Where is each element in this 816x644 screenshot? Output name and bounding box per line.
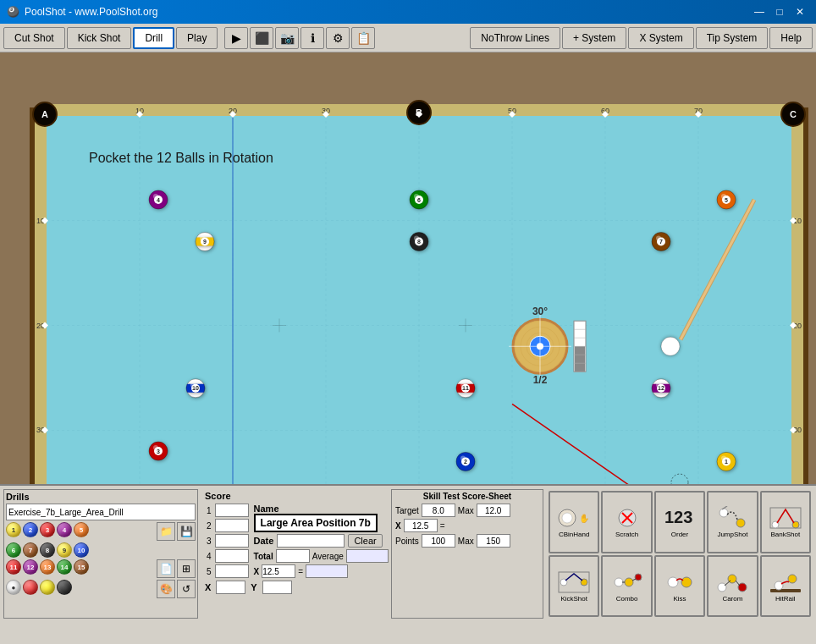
save-icon-button[interactable]: 💾 <box>177 522 196 541</box>
ball-8[interactable]: 8 <box>40 542 55 558</box>
bankshot-label: BankShot <box>770 531 800 538</box>
ball-14[interactable]: 14 <box>57 559 72 575</box>
max-input-2[interactable] <box>477 534 510 548</box>
svg-point-17 <box>625 578 633 586</box>
svg-text:123: 123 <box>664 508 692 526</box>
play-button[interactable]: Play <box>176 27 218 49</box>
score-title: Score <box>205 491 384 501</box>
ball-3[interactable]: 3 <box>40 522 55 537</box>
x-coord-label: X <box>205 582 211 592</box>
kickshot-button[interactable]: KickShot <box>549 555 599 618</box>
cut-shot-button[interactable]: Cut Shot <box>3 27 65 49</box>
x-system-button[interactable]: X System <box>628 27 693 49</box>
jumpshot-label: JumpShot <box>717 531 747 538</box>
ball-red[interactable] <box>23 580 38 595</box>
hitrail-button[interactable]: HitRail <box>760 555 811 618</box>
skill-target-row: Target Max <box>395 504 539 517</box>
clipboard-icon-button[interactable]: 📋 <box>351 27 375 49</box>
carom-label: Carom <box>722 595 742 603</box>
clear-button[interactable]: Clear <box>348 534 382 548</box>
order-button[interactable]: 123 Order <box>654 491 705 553</box>
drills-section: Drills 1 2 3 4 5 📁 💾 6 7 8 9 10 11 12 13… <box>3 489 198 619</box>
svg-point-18 <box>635 574 642 581</box>
drills-title: Drills <box>6 492 196 502</box>
points-input[interactable] <box>422 534 455 548</box>
x-coord-input[interactable] <box>216 581 245 594</box>
ball-4[interactable]: 4 <box>57 522 72 537</box>
info-icon-button[interactable]: ℹ <box>300 27 324 49</box>
ball-yellow[interactable] <box>40 580 55 595</box>
ball-7[interactable]: 7 <box>23 542 38 558</box>
svg-point-25 <box>738 583 747 592</box>
play-icon-button[interactable]: ▶ <box>224 27 248 49</box>
drill-button[interactable]: Drill <box>133 27 174 49</box>
hitrail-icon <box>769 570 802 595</box>
hitrail-label: HitRail <box>775 595 796 603</box>
x-result-input[interactable] <box>306 564 348 578</box>
kick-shot-button[interactable]: Kick Shot <box>67 27 132 49</box>
score-row-num-4: 4 <box>205 548 213 564</box>
kiss-button[interactable]: Kiss <box>654 555 705 618</box>
ball-white[interactable]: ● <box>6 580 21 595</box>
ball-11[interactable]: 11 <box>6 559 21 575</box>
ball-5[interactable]: 5 <box>74 522 89 537</box>
score-section: Score 1 Name Large Area Position 7b 2 <box>201 489 388 619</box>
cbinhand-button[interactable]: ✋ CBinHand <box>549 491 599 553</box>
svg-point-8 <box>720 509 728 517</box>
scratch-icon <box>610 505 644 531</box>
camera-icon-button[interactable]: 📷 <box>275 27 299 49</box>
score-input-5[interactable] <box>215 564 249 578</box>
jumpshot-icon <box>715 505 749 531</box>
average-input[interactable] <box>346 549 389 563</box>
total-input[interactable] <box>276 549 310 563</box>
color-icon-button[interactable]: 🎨 <box>157 580 175 598</box>
score-row-num-1: 1 <box>205 503 213 518</box>
ball-row-1: 1 2 3 4 5 📁 💾 <box>6 522 196 541</box>
list-icon-button[interactable]: 📄 <box>157 559 175 578</box>
tip-system-button[interactable]: Tip System <box>696 27 769 49</box>
ball-12[interactable]: 12 <box>23 559 38 575</box>
minimize-button[interactable]: — <box>750 4 769 19</box>
kickshot-label: KickShot <box>560 595 587 603</box>
ball-13[interactable]: 13 <box>40 559 55 575</box>
x-skill-input[interactable] <box>404 519 438 532</box>
order-label: Order <box>671 531 688 538</box>
plus-system-button[interactable]: + System <box>562 27 626 49</box>
jumpshot-button[interactable]: JumpShot <box>707 491 758 553</box>
ball-row-4: ● 🎨 ↺ <box>6 580 196 598</box>
score-input-4[interactable] <box>215 549 249 563</box>
maximize-button[interactable]: □ <box>770 4 789 19</box>
score-input-3[interactable] <box>215 534 249 548</box>
score-input-2[interactable] <box>215 519 249 532</box>
folder-icon-button[interactable]: 📁 <box>157 522 175 541</box>
close-button[interactable]: ✕ <box>791 4 809 19</box>
score-table: 1 Name Large Area Position 7b 2 3 <box>205 503 390 579</box>
ball-6[interactable]: 6 <box>6 542 21 558</box>
nothrow-lines-button[interactable]: NoThrow Lines <box>470 27 560 49</box>
ball-black[interactable] <box>57 580 72 595</box>
max-input-1[interactable] <box>477 504 510 517</box>
y-coord-input[interactable] <box>262 581 292 594</box>
combo-button[interactable]: Combo <box>601 555 652 618</box>
target-input[interactable] <box>422 504 455 517</box>
drills-name-input[interactable] <box>6 504 196 520</box>
bankshot-button[interactable]: BankShot <box>760 491 811 553</box>
stop-icon-button[interactable]: ⬛ <box>250 27 273 49</box>
cbinhand-label: CBinHand <box>559 531 589 538</box>
carom-button[interactable]: Carom <box>707 555 758 618</box>
ball-15[interactable]: 15 <box>74 559 89 575</box>
settings-icon-button[interactable]: ⚙ <box>326 27 350 49</box>
ball-1[interactable]: 1 <box>6 522 21 537</box>
date-input[interactable] <box>277 534 345 548</box>
ball-10[interactable]: 10 <box>74 542 89 558</box>
date-label: Date <box>254 536 274 546</box>
ball-9[interactable]: 9 <box>57 542 72 558</box>
score-input-1[interactable] <box>215 504 249 517</box>
help-button[interactable]: Help <box>769 27 813 49</box>
arrow-icon-button[interactable]: ↺ <box>177 580 196 598</box>
scratch-button[interactable]: Scratch <box>601 491 652 553</box>
ball-2[interactable]: 2 <box>23 522 38 537</box>
x-value-input[interactable] <box>262 564 295 578</box>
grid-icon-button[interactable]: ⊞ <box>177 559 196 578</box>
pool-table-canvas[interactable] <box>0 52 816 484</box>
